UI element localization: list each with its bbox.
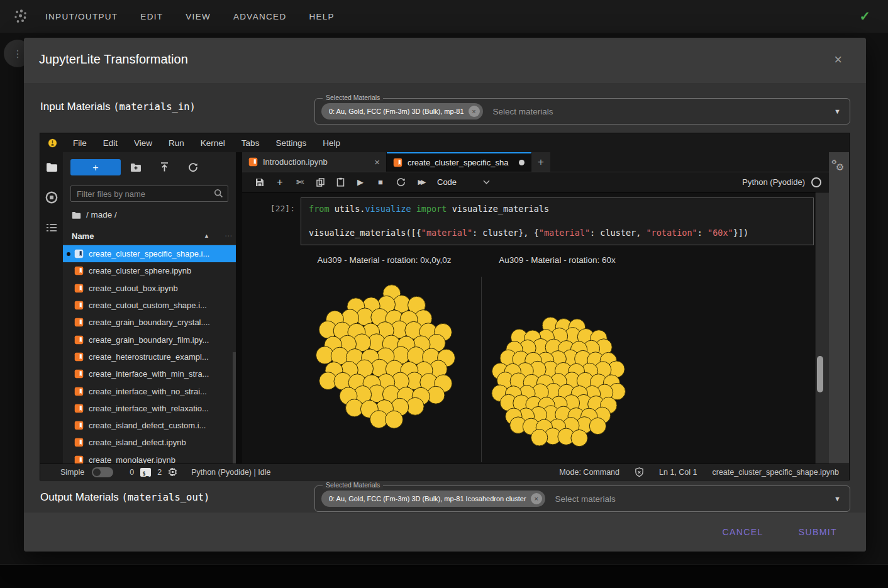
search-icon [214,189,223,201]
code-cell-editor[interactable]: from utils.visualize import visualize_ma… [301,197,814,245]
mode-indicator: Mode: Command [559,468,619,477]
file-list-scrollbar[interactable] [233,352,236,463]
jupyter-menu-tabs[interactable]: Tabs [233,138,268,148]
property-inspector-gears-icon[interactable]: ⚙⚙ [831,161,846,175]
running-kernels-icon[interactable] [45,191,58,204]
cancel-button[interactable]: CANCEL [719,526,767,538]
dropdown-arrow-icon[interactable]: ▼ [834,108,841,115]
cursor-position[interactable]: Ln 1, Col 1 [659,468,697,477]
scrollbar-thumb[interactable] [817,356,823,392]
file-name: create_interface_with_no_strai... [89,387,207,396]
file-browser-icon[interactable] [46,162,58,172]
simple-mode-toggle[interactable] [92,467,113,477]
material-chip-label: 0: Au, Gold, FCC (Fm-3m) 3D (Bulk), mp-8… [329,108,464,115]
menu-advanced[interactable]: ADVANCED [233,12,286,21]
notebook-content: [22]: from utils.visualize import visual… [242,192,829,463]
dialog-title: JupyterLite Transformation [39,52,188,67]
save-icon[interactable] [250,174,270,191]
jupyter-menu-help[interactable]: Help [314,138,348,148]
menu-edit[interactable]: EDIT [140,12,163,21]
file-row-create-grain-boundary-film-ipy[interactable]: create_grain_boundary_film.ipy... [63,331,236,348]
jupyter-menu-items: FileEditViewRunKernelTabsSettingsHelp [65,138,348,148]
file-row-create-cluster-sphere-ipynb[interactable]: create_cluster_sphere.ipynb [63,262,236,279]
new-tab-button[interactable]: + [531,152,550,172]
upload-icon[interactable] [157,160,171,174]
cut-cells-icon[interactable]: ✄ [290,174,310,191]
name-column-header: Name [72,231,94,241]
kernels-count[interactable]: 2 [157,468,162,477]
input-materials-label: Input Materials (materials_in) [40,101,196,113]
file-row-create-cutout-custom-shape-i[interactable]: create_cutout_custom_shape.i... [63,297,236,314]
unsaved-dot-icon[interactable] [519,160,524,165]
tab-bar: Introduction.ipynb × create_cluster_spec… [242,152,829,172]
file-name: create_cluster_specific_shape.i... [89,249,209,258]
jupyter-menu-edit[interactable]: Edit [95,138,126,148]
output-materials-select[interactable]: Selected Materials 0: Au, Gold, FCC (Fm-… [314,485,850,512]
code-line: visualize_materials([{"material": cluste… [309,227,806,239]
file-row-create-monolayer-ipynb[interactable]: create_monolayer.ipynb [63,452,236,463]
restart-run-all-icon[interactable]: ▶▶ [411,174,431,191]
new-folder-icon[interactable] [129,160,143,174]
file-list-header[interactable]: Name ▲ ⋯ [63,228,236,245]
kernel-status-text[interactable]: Python (Pyodide) | Idle [191,468,270,477]
breadcrumb[interactable]: / made / [72,210,117,219]
confirm-check-icon[interactable]: ✓ [859,9,870,24]
dropdown-arrow-icon[interactable]: ▼ [834,495,841,502]
file-row-create-cutout-box-ipynb[interactable]: create_cutout_box.ipynb [63,280,236,297]
jupyter-menu-kernel[interactable]: Kernel [192,138,233,148]
submit-button[interactable]: SUBMIT [795,526,841,538]
run-cell-icon[interactable]: ▶ [350,174,370,191]
add-cell-icon[interactable]: + [270,174,290,191]
menu-input-output[interactable]: INPUT/OUTPUT [45,12,118,21]
file-row-create-cluster-specific-shape-i[interactable]: create_cluster_specific_shape.i... [63,245,236,262]
table-of-contents-icon[interactable] [46,223,57,232]
tab-introduction[interactable]: Introduction.ipynb × [242,152,387,172]
file-row-create-island-defect-custom-i[interactable]: create_island_defect_custom.i... [63,417,236,434]
file-row-create-interface-with-relaxatio[interactable]: create_interface_with_relaxatio... [63,400,236,417]
jupyter-menu-settings[interactable]: Settings [267,138,314,148]
file-row-create-grain-boundary-crystal[interactable]: create_grain_boundary_crystal.... [63,314,236,331]
kernel-selector[interactable]: Python (Pyodide) [742,177,821,187]
file-name: create_island_defect_custom.i... [89,421,206,430]
cell-type-select[interactable]: Code [437,177,457,187]
chip-remove-icon[interactable]: × [531,493,542,504]
chip-remove-icon[interactable]: × [469,106,480,117]
stop-kernel-icon[interactable]: ■ [370,174,391,191]
new-launcher-button[interactable]: + [70,159,121,175]
notebook-scrollbar[interactable] [815,192,829,463]
left-sidebar-rail [40,152,63,463]
jupyterlite-logo-icon [47,138,58,148]
jupyterlite-app: FileEditViewRunKernelTabsSettingsHelp [40,133,849,480]
restart-kernel-icon[interactable] [391,174,411,191]
file-name: create_grain_boundary_crystal.... [89,318,210,327]
more-options-icon: ⋯ [225,231,232,240]
notebook-icon [74,335,84,345]
refresh-icon[interactable] [186,160,200,174]
material-chip[interactable]: 0: Au, Gold, FCC (Fm-3m) 3D (Bulk), mp-8… [321,103,483,119]
file-row-create-interface-with-min-stra[interactable]: create_interface_with_min_stra... [63,365,236,382]
output-plot-title-left: Au309 - Material - rotation: 0x,0y,0z [318,255,452,265]
trust-shield-icon[interactable] [635,467,644,477]
file-row-create-heterostructure-exampl[interactable]: create_heterostructure_exampl... [63,348,236,365]
file-row-create-island-defect-ipynb[interactable]: create_island_defect.ipynb [63,434,236,451]
menu-view[interactable]: VIEW [186,12,211,21]
filter-files-input[interactable] [70,186,228,202]
input-materials-select[interactable]: Selected Materials 0: Au, Gold, FCC (Fm-… [314,98,850,125]
file-row-create-interface-with-no-strai[interactable]: create_interface_with_no_strai... [63,382,236,399]
paste-cells-icon[interactable] [330,174,350,191]
panel-splitter[interactable] [236,152,242,463]
jupyter-menu-view[interactable]: View [126,138,160,148]
dialog-header: JupyterLite Transformation × [24,38,866,83]
chevron-down-icon[interactable] [483,180,490,184]
tab-create-cluster-specific-shape[interactable]: create_cluster_specific_sha [387,152,531,172]
terminals-count[interactable]: 0 [130,468,134,477]
close-icon[interactable]: × [834,53,842,67]
menu-help[interactable]: HELP [309,12,334,21]
notebook-icon [74,369,84,379]
material-chip[interactable]: 0: Au, Gold, FCC (Fm-3m) 3D (Bulk), mp-8… [321,491,545,507]
jupyter-menu-run[interactable]: Run [160,138,192,148]
copy-cells-icon[interactable] [310,174,330,191]
tab-close-icon[interactable]: × [374,157,380,167]
jupyter-menu-file[interactable]: File [65,138,95,148]
app-menu: INPUT/OUTPUTEDITVIEWADVANCEDHELP [45,12,357,21]
